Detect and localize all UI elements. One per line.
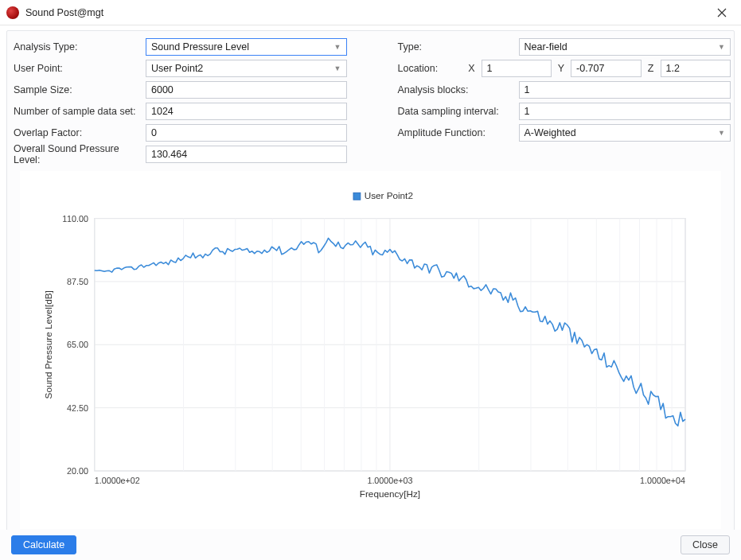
analysis-type-value: Sound Pressure Level [151, 41, 249, 52]
analysis-type-select[interactable]: Sound Pressure Level ▼ [146, 38, 347, 56]
close-button-label: Close [692, 539, 718, 550]
location-z-input[interactable] [661, 60, 731, 77]
location-x-input[interactable] [482, 60, 552, 77]
label-user-point: User Point: [10, 63, 146, 74]
svg-text:42.50: 42.50 [67, 403, 88, 413]
label-num-data-set: Number of sample data set: [10, 106, 146, 117]
form-panel: Analysis Type: Sound Pressure Level ▼ Us… [6, 30, 735, 536]
svg-text:1.0000e+03: 1.0000e+03 [367, 476, 412, 485]
type-value: Near-field [525, 41, 567, 52]
blocks-input[interactable] [519, 81, 731, 99]
svg-text:87.50: 87.50 [67, 277, 88, 286]
label-analysis-type: Analysis Type: [10, 41, 146, 52]
amp-fn-select[interactable]: A-Weighted ▼ [519, 124, 731, 142]
chart-panel: 20.0042.5065.0087.50110.001.0000e+021.00… [20, 171, 721, 529]
svg-text:Frequency[Hz]: Frequency[Hz] [360, 488, 420, 499]
close-icon[interactable] [711, 2, 733, 24]
user-point-select[interactable]: User Point2 ▼ [146, 60, 347, 77]
chevron-down-icon: ▼ [718, 129, 725, 137]
amp-fn-value: A-Weighted [525, 127, 576, 138]
chevron-down-icon: ▼ [334, 43, 341, 51]
footer: Calculate Close [0, 530, 741, 560]
calculate-button-label: Calculate [23, 539, 64, 550]
label-type: Type: [395, 41, 519, 52]
location-z-label: Z [646, 63, 656, 74]
window-title: Sound Post@mgt [25, 7, 711, 18]
label-amp-fn: Amplitude Function: [395, 127, 519, 138]
titlebar: Sound Post@mgt [0, 0, 741, 25]
label-overlap: Overlap Factor: [10, 127, 146, 138]
chevron-down-icon: ▼ [334, 64, 341, 72]
svg-text:1.0000e+02: 1.0000e+02 [95, 476, 140, 485]
label-sample-size: Sample Size: [10, 84, 146, 95]
svg-text:110.00: 110.00 [62, 214, 88, 224]
label-dsi: Data sampling interval: [395, 106, 519, 117]
calculate-button[interactable]: Calculate [11, 535, 76, 554]
chart: 20.0042.5065.0087.50110.001.0000e+021.00… [21, 172, 720, 522]
overlap-input[interactable] [146, 124, 347, 142]
close-button[interactable]: Close [681, 535, 730, 554]
label-blocks: Analysis blocks: [395, 84, 519, 95]
svg-text:1.0000e+04: 1.0000e+04 [640, 476, 685, 485]
label-location: Location: [395, 63, 467, 74]
ospl-input[interactable] [146, 146, 347, 163]
label-ospl: Overall Sound Pressure Level: [10, 143, 146, 165]
app-icon [6, 6, 19, 19]
location-x-label: X [467, 63, 477, 74]
svg-text:20.00: 20.00 [67, 466, 88, 476]
location-y-input[interactable] [571, 60, 642, 77]
dsi-input[interactable] [519, 103, 731, 120]
svg-text:Sound Pressure Level[dB]: Sound Pressure Level[dB] [43, 290, 53, 399]
num-data-set-input[interactable] [146, 103, 347, 120]
location-y-label: Y [556, 63, 566, 74]
svg-text:User Point2: User Point2 [365, 190, 413, 200]
sample-size-input[interactable] [146, 81, 347, 99]
user-point-value: User Point2 [151, 63, 203, 74]
type-select[interactable]: Near-field ▼ [519, 38, 731, 56]
svg-rect-35 [353, 192, 361, 200]
chevron-down-icon: ▼ [718, 43, 725, 51]
svg-text:65.00: 65.00 [67, 340, 88, 349]
